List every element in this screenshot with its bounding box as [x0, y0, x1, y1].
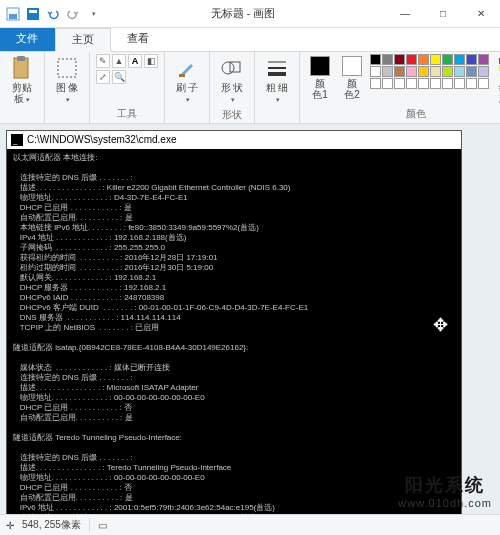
palette-color[interactable] — [418, 54, 429, 65]
palette-color[interactable] — [478, 66, 489, 77]
tab-home[interactable]: 主页 — [55, 28, 111, 52]
shapes-button[interactable]: 形 状 — [216, 54, 248, 107]
color1-swatch — [310, 56, 330, 76]
group-shapes: 形 状 形状 — [210, 52, 255, 123]
cmd-window: _ C:\WINDOWS\system32\cmd.exe 以太网适配器 本地连… — [6, 130, 462, 514]
minimize-button[interactable]: — — [386, 0, 424, 28]
palette-color[interactable] — [370, 54, 381, 65]
maximize-button[interactable]: □ — [424, 0, 462, 28]
group-colors: 颜 色1 颜 色2 编辑 颜色 颜色 — [300, 52, 500, 123]
group-size: 粗 细 — [255, 52, 300, 123]
color-palette[interactable] — [370, 54, 489, 89]
svg-rect-5 — [17, 56, 25, 61]
palette-color[interactable] — [394, 66, 405, 77]
tab-file[interactable]: 文件 — [0, 28, 55, 51]
color1-button[interactable]: 颜 色1 — [306, 54, 334, 102]
palette-color[interactable] — [478, 54, 489, 65]
eraser-tool[interactable]: ◧ — [144, 54, 158, 68]
palette-color[interactable] — [382, 54, 393, 65]
watermark: 阳光系统 www.010dh.com — [398, 473, 492, 509]
palette-color[interactable] — [442, 78, 453, 89]
cursor-pos: 548, 255像素 — [22, 518, 81, 532]
brush-button[interactable]: 刷 子 — [171, 54, 203, 107]
paste-button[interactable]: 剪贴 板 — [6, 54, 38, 107]
cursor-pos-icon: ✛ — [6, 520, 14, 531]
palette-color[interactable] — [430, 66, 441, 77]
undo-icon[interactable] — [46, 7, 60, 21]
qat-more-icon[interactable] — [86, 7, 100, 21]
palette-color[interactable] — [442, 66, 453, 77]
picker-tool[interactable]: ⤢ — [96, 70, 110, 84]
svg-text:_: _ — [12, 136, 18, 145]
group-image: 图 像 — [45, 52, 90, 123]
tab-view[interactable]: 查看 — [111, 28, 166, 51]
svg-rect-1 — [9, 14, 17, 19]
palette-color[interactable] — [382, 78, 393, 89]
group-clipboard: 剪贴 板 — [0, 52, 45, 123]
palette-color[interactable] — [466, 54, 477, 65]
svg-rect-7 — [179, 74, 185, 77]
palette-color[interactable] — [370, 78, 381, 89]
svg-rect-6 — [58, 59, 76, 77]
edit-colors-button[interactable]: 编辑 颜色 — [493, 54, 500, 106]
palette-color[interactable] — [478, 78, 489, 89]
palette-color[interactable] — [406, 54, 417, 65]
palette-color[interactable] — [454, 78, 465, 89]
select-button[interactable]: 图 像 — [51, 54, 83, 107]
canvas-area[interactable]: _ C:\WINDOWS\system32\cmd.exe 以太网适配器 本地连… — [0, 124, 500, 514]
cmd-output: 以太网适配器 本地连接: 连接特定的 DNS 后缀 . . . . . . . … — [7, 149, 461, 514]
pencil-tool[interactable]: ✎ — [96, 54, 110, 68]
palette-color[interactable] — [454, 54, 465, 65]
fill-tool[interactable]: ▲ — [112, 54, 126, 68]
ribbon-tabs: 文件 主页 查看 — [0, 28, 500, 52]
statusbar: ✛ 548, 255像素 ▭ — [0, 514, 500, 535]
close-button[interactable]: ✕ — [462, 0, 500, 28]
app-icon — [6, 7, 20, 21]
palette-color[interactable] — [418, 66, 429, 77]
palette-color[interactable] — [394, 78, 405, 89]
titlebar: 无标题 - 画图 — □ ✕ — [0, 0, 500, 28]
palette-color[interactable] — [406, 78, 417, 89]
cmd-title: C:\WINDOWS\system32\cmd.exe — [27, 135, 176, 145]
cmd-titlebar: _ C:\WINDOWS\system32\cmd.exe — [7, 131, 461, 149]
cmd-icon: _ — [11, 134, 23, 146]
palette-color[interactable] — [466, 78, 477, 89]
group-brush: 刷 子 — [165, 52, 210, 123]
palette-color[interactable] — [394, 54, 405, 65]
redo-icon[interactable] — [66, 7, 80, 21]
zoom-tool[interactable]: 🔍 — [112, 70, 126, 84]
palette-color[interactable] — [454, 66, 465, 77]
size-button[interactable]: 粗 细 — [261, 54, 293, 107]
group-tools: ✎ ▲ A ◧ ⤢ 🔍 工具 — [90, 52, 165, 123]
save-icon[interactable] — [26, 7, 40, 21]
selection-icon: ▭ — [98, 520, 107, 531]
palette-color[interactable] — [418, 78, 429, 89]
svg-rect-2 — [27, 8, 39, 20]
svg-rect-3 — [29, 10, 37, 13]
palette-color[interactable] — [466, 66, 477, 77]
window-title: 无标题 - 画图 — [100, 6, 386, 21]
text-tool[interactable]: A — [128, 54, 142, 68]
palette-color[interactable] — [430, 78, 441, 89]
palette-color[interactable] — [430, 54, 441, 65]
palette-color[interactable] — [370, 66, 381, 77]
palette-color[interactable] — [382, 66, 393, 77]
palette-color[interactable] — [442, 54, 453, 65]
ribbon: 剪贴 板 图 像 ✎ ▲ A ◧ ⤢ 🔍 工具 — [0, 52, 500, 124]
color2-swatch — [342, 56, 362, 76]
color2-button[interactable]: 颜 色2 — [338, 54, 366, 102]
palette-color[interactable] — [406, 66, 417, 77]
